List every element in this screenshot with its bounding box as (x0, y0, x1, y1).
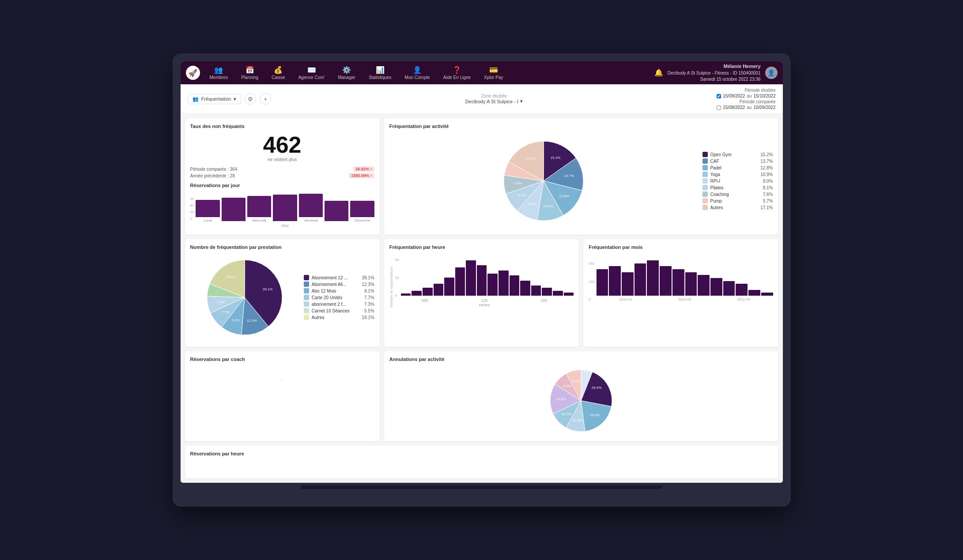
mois-bar (609, 266, 621, 296)
legend-item: Autres19.1% (304, 315, 374, 320)
hour-bar (466, 260, 476, 296)
freq-heure-chart-area: Nombre de fréquentations 40200 08h12h16h… (389, 253, 574, 307)
nav-item-caisse[interactable]: 💰Caisse (269, 64, 288, 82)
legend-dot (304, 288, 309, 293)
periode-etudiee-checkbox[interactable] (717, 94, 721, 98)
card-non-freq-title: Taux des non fréquants (190, 124, 374, 129)
nav-item-mon-compte[interactable]: 👤Mon Compte (402, 64, 433, 82)
x-label: Jour (196, 223, 374, 228)
pie-label: 15.2% (551, 156, 561, 160)
nav-item-aide-en-ligne[interactable]: ❓Aide En Ligne (441, 64, 473, 82)
nav-item-manager[interactable]: ⚙️Manager (335, 64, 358, 82)
rocket-icon: 🚀 (189, 69, 197, 77)
pie-label: 10.0% (572, 418, 582, 422)
add-icon-btn[interactable]: + (260, 93, 271, 105)
top-nav: 🚀 👥Membres📅Planning💰Caisse✉️Agence Com'⚙… (181, 61, 783, 84)
hour-x-axis: 08h12h16h (395, 298, 574, 303)
nav-icon: ✉️ (307, 66, 316, 74)
legend-dot (702, 165, 708, 170)
legend-value: 5.7% (763, 199, 773, 203)
nav-item-xplor-pay[interactable]: 💳Xplor Pay (481, 64, 506, 82)
hour-bar-wrap (423, 288, 433, 296)
legend-value: 7.7% (364, 295, 374, 300)
toolbar-left: 👥 Fréquentation ▾ ⚙ + (188, 93, 272, 105)
nav-user-info: Mélanie Hemery Decibody A St Sulpice - F… (668, 63, 761, 82)
nav-icon: ❓ (453, 66, 461, 74)
filter-button[interactable]: 👥 Fréquentation ▾ (188, 94, 242, 104)
pie-label: 12.8% (559, 194, 569, 198)
legend-activite: Open Gym15.2%CAF13.7%Padel12.8%Yoga10.9%… (702, 152, 773, 210)
nav-item-statistiques[interactable]: 📊Statistiques (366, 64, 394, 82)
legend-label: Carte 20 Unités (312, 295, 342, 300)
bar-wrap (273, 195, 297, 222)
stats-row-2: Année précédente : 28 1550.09% ↑ (190, 173, 374, 178)
nav-icon: 💰 (274, 66, 283, 74)
legend-label: Coaching (710, 192, 729, 197)
mois-bar-wrap (710, 278, 722, 296)
mois-bar-wrap (698, 275, 710, 296)
periode-comparee-dates: 15/08/2022 au 15/09/2022 (717, 105, 775, 110)
filter-label: Fréquentation (201, 96, 231, 101)
mois-bar (685, 272, 697, 296)
nav-icon: 📅 (245, 66, 254, 74)
mois-bar (698, 275, 710, 296)
dropdown-arrow-icon: ▾ (234, 96, 236, 102)
periode-etudiee-from: 15/09/2022 (723, 94, 745, 98)
bar (350, 201, 374, 217)
legend-value: 7.6% (763, 192, 773, 197)
pie-label: 8.0% (572, 379, 580, 383)
bell-icon[interactable]: 🔔 (654, 68, 663, 77)
nav-item-membres[interactable]: 👥Membres (207, 64, 231, 82)
mois-bar-wrap (622, 272, 634, 296)
zone-select[interactable]: Decibody A St Sulpice - I ▾ (465, 98, 523, 104)
mois-bar-wrap (597, 269, 608, 296)
pie-annulations-svg: 28.0%20.0%10.0%10.0%16.8%8.0%8.0% (546, 365, 616, 436)
sub-label: ne visitent plus (190, 157, 374, 162)
hour-bar-wrap (412, 291, 422, 296)
hour-bar (444, 278, 454, 296)
bar-day-label: Lundi (204, 218, 212, 222)
periode-etudiee-row: Période étudiée (744, 88, 775, 93)
filter-icon: 👥 (193, 96, 199, 102)
pie-label: 20.0% (590, 413, 600, 417)
nav-logo[interactable]: 🚀 (186, 66, 200, 80)
zone-value: Decibody A St Sulpice - I (465, 99, 518, 104)
mois-bar (736, 284, 748, 296)
hour-bar-wrap (553, 291, 563, 296)
mois-bar-wrap (672, 269, 684, 296)
bar (222, 198, 245, 221)
settings-icon-btn[interactable]: ⚙ (245, 93, 256, 105)
mois-bar-wrap (660, 266, 672, 296)
toolbar-center: Zone étudiée Decibody A St Sulpice - I ▾ (278, 94, 710, 104)
hour-bar-wrap (542, 288, 552, 296)
nav-item-planning[interactable]: 📅Planning (238, 64, 261, 82)
legend-item: Pump5.7% (702, 198, 773, 203)
card-freq-mois: Fréquentation par mois 4002000 2022-0120… (583, 239, 778, 347)
periode-comparee-checkbox[interactable] (717, 105, 721, 110)
periode-comparee-stat: Période comparée : 364 (190, 167, 238, 172)
hour-bar (542, 288, 552, 296)
legend-item: Carte 20 Unités7.7% (304, 295, 374, 300)
legend-item: Open Gym15.2% (702, 152, 773, 157)
bar-day-label: Dimanche (355, 218, 370, 222)
card-resa-heure: Réservations par heure (185, 446, 778, 478)
legend-dot (304, 282, 309, 287)
legend-value: 17.1% (760, 205, 773, 210)
freq-activite-inner: 15.2%13.7%12.8%10.9%9.0%8.1%7.6%17.1% Op… (389, 132, 773, 229)
legend-item: Padel12.8% (702, 165, 773, 170)
heure-chart-row: 40200 (395, 253, 574, 297)
annee-precedente-stat: Année précédente : 28 (190, 173, 235, 178)
pie-label: 16.8% (556, 397, 566, 401)
card-resa-coach-title: Réservations par coach (190, 357, 374, 362)
legend-dot (304, 295, 309, 300)
legend-item: RPI-I9.0% (702, 178, 773, 184)
annul-inner: 28.0%20.0%10.0%10.0%16.8%8.0%8.0% (389, 365, 773, 436)
mois-bar-wrap (685, 272, 697, 296)
resa-heure-empty (190, 460, 773, 473)
mois-chart-inner: 2022-012022-052022-09 (597, 253, 773, 301)
legend-value: 12.8% (760, 165, 773, 170)
legend-item: Carnet 10 Séances5.5% (304, 308, 374, 313)
avatar: 👤 (765, 67, 778, 79)
resa-coach-empty: ... (190, 365, 374, 392)
nav-item-agence-com-[interactable]: ✉️Agence Com' (296, 64, 328, 82)
